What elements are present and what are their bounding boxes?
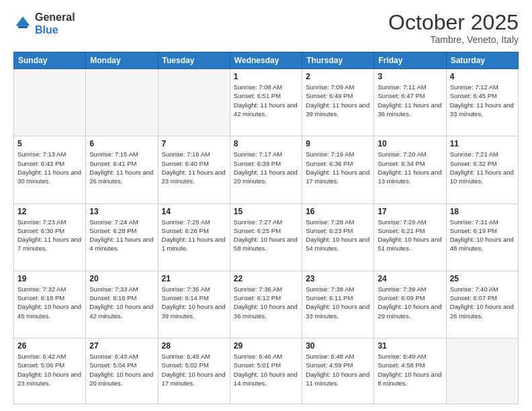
day-number: 6 xyxy=(89,139,154,148)
logo-general-text: General xyxy=(35,11,75,23)
day-info: Sunrise: 7:39 AM Sunset: 6:09 PM Dayligh… xyxy=(378,285,442,320)
day-number: 9 xyxy=(306,139,370,148)
day-number: 31 xyxy=(378,341,442,351)
day-number: 15 xyxy=(234,207,298,216)
day-number: 21 xyxy=(162,274,226,283)
calendar-cell: 30Sunrise: 6:48 AM Sunset: 4:59 PM Dayli… xyxy=(302,338,374,404)
day-number: 14 xyxy=(162,207,226,216)
day-info: Sunrise: 7:24 AM Sunset: 6:28 PM Dayligh… xyxy=(89,218,154,253)
calendar-cell: 4Sunrise: 7:12 AM Sunset: 6:45 PM Daylig… xyxy=(446,69,518,136)
day-number: 24 xyxy=(378,274,442,283)
calendar-cell: 2Sunrise: 7:09 AM Sunset: 6:49 PM Daylig… xyxy=(302,69,374,136)
calendar-cell: 11Sunrise: 7:21 AM Sunset: 6:32 PM Dayli… xyxy=(446,136,518,203)
day-info: Sunrise: 7:23 AM Sunset: 6:30 PM Dayligh… xyxy=(17,218,82,253)
calendar-cell xyxy=(446,338,518,404)
calendar-week-row: 12Sunrise: 7:23 AM Sunset: 6:30 PM Dayli… xyxy=(14,203,519,271)
day-info: Sunrise: 7:33 AM Sunset: 6:16 PM Dayligh… xyxy=(89,285,154,320)
calendar-cell: 25Sunrise: 7:40 AM Sunset: 6:07 PM Dayli… xyxy=(446,271,518,338)
day-number: 29 xyxy=(234,341,298,351)
calendar-cell: 18Sunrise: 7:31 AM Sunset: 6:19 PM Dayli… xyxy=(446,203,518,271)
day-number: 18 xyxy=(450,207,515,216)
calendar-cell xyxy=(158,69,230,136)
calendar-cell: 5Sunrise: 7:13 AM Sunset: 6:43 PM Daylig… xyxy=(14,136,86,203)
calendar-cell: 16Sunrise: 7:28 AM Sunset: 6:23 PM Dayli… xyxy=(302,203,374,271)
day-number: 7 xyxy=(162,139,226,148)
day-info: Sunrise: 6:42 AM Sunset: 5:06 PM Dayligh… xyxy=(17,352,82,387)
day-info: Sunrise: 7:32 AM Sunset: 6:18 PM Dayligh… xyxy=(17,285,82,320)
day-number: 3 xyxy=(378,72,442,81)
day-info: Sunrise: 7:08 AM Sunset: 6:51 PM Dayligh… xyxy=(234,83,298,118)
day-info: Sunrise: 7:21 AM Sunset: 6:32 PM Dayligh… xyxy=(450,150,515,185)
title-block: October 2025 Tambre, Veneto, Italy xyxy=(388,11,519,45)
calendar-week-row: 1Sunrise: 7:08 AM Sunset: 6:51 PM Daylig… xyxy=(14,69,519,136)
day-info: Sunrise: 6:43 AM Sunset: 5:04 PM Dayligh… xyxy=(89,352,154,387)
day-info: Sunrise: 7:15 AM Sunset: 6:41 PM Dayligh… xyxy=(89,150,154,185)
day-info: Sunrise: 6:49 AM Sunset: 4:58 PM Dayligh… xyxy=(378,352,442,387)
calendar-cell: 13Sunrise: 7:24 AM Sunset: 6:28 PM Dayli… xyxy=(86,203,158,271)
day-number: 10 xyxy=(378,139,442,148)
calendar-header-row: SundayMondayTuesdayWednesdayThursdayFrid… xyxy=(14,52,519,69)
calendar-cell xyxy=(14,69,86,136)
calendar-week-row: 5Sunrise: 7:13 AM Sunset: 6:43 PM Daylig… xyxy=(14,136,519,203)
calendar-cell: 24Sunrise: 7:39 AM Sunset: 6:09 PM Dayli… xyxy=(374,271,446,338)
weekday-header: Sunday xyxy=(14,52,86,69)
day-number: 8 xyxy=(234,139,298,148)
weekday-header: Monday xyxy=(86,52,158,69)
calendar-cell: 22Sunrise: 7:36 AM Sunset: 6:12 PM Dayli… xyxy=(230,271,302,338)
weekday-header: Wednesday xyxy=(230,52,302,69)
day-number: 20 xyxy=(89,274,154,283)
calendar-cell xyxy=(86,69,158,136)
calendar-cell: 29Sunrise: 6:46 AM Sunset: 5:01 PM Dayli… xyxy=(230,338,302,404)
weekday-header: Friday xyxy=(374,52,446,69)
calendar-cell: 15Sunrise: 7:27 AM Sunset: 6:25 PM Dayli… xyxy=(230,203,302,271)
calendar-cell: 23Sunrise: 7:38 AM Sunset: 6:11 PM Dayli… xyxy=(302,271,374,338)
day-info: Sunrise: 7:35 AM Sunset: 6:14 PM Dayligh… xyxy=(162,285,226,320)
day-number: 30 xyxy=(306,341,370,351)
logo: General Blue xyxy=(13,11,75,36)
day-number: 22 xyxy=(234,274,298,283)
day-number: 2 xyxy=(306,72,370,81)
day-info: Sunrise: 7:36 AM Sunset: 6:12 PM Dayligh… xyxy=(234,285,298,320)
day-info: Sunrise: 6:45 AM Sunset: 5:02 PM Dayligh… xyxy=(162,352,226,387)
calendar-cell: 26Sunrise: 6:42 AM Sunset: 5:06 PM Dayli… xyxy=(14,338,86,404)
day-number: 16 xyxy=(306,207,370,216)
location: Tambre, Veneto, Italy xyxy=(388,34,519,45)
calendar-cell: 12Sunrise: 7:23 AM Sunset: 6:30 PM Dayli… xyxy=(14,203,86,271)
day-info: Sunrise: 6:46 AM Sunset: 5:01 PM Dayligh… xyxy=(234,352,298,387)
day-number: 11 xyxy=(450,139,515,148)
calendar-cell: 3Sunrise: 7:11 AM Sunset: 6:47 PM Daylig… xyxy=(374,69,446,136)
day-info: Sunrise: 7:40 AM Sunset: 6:07 PM Dayligh… xyxy=(450,285,515,320)
logo-icon xyxy=(13,14,32,33)
day-number: 27 xyxy=(89,341,154,351)
day-number: 19 xyxy=(17,274,82,283)
calendar-cell: 14Sunrise: 7:25 AM Sunset: 6:26 PM Dayli… xyxy=(158,203,230,271)
day-info: Sunrise: 7:20 AM Sunset: 6:34 PM Dayligh… xyxy=(378,150,442,185)
day-info: Sunrise: 7:38 AM Sunset: 6:11 PM Dayligh… xyxy=(306,285,370,320)
day-info: Sunrise: 7:27 AM Sunset: 6:25 PM Dayligh… xyxy=(234,218,298,253)
calendar-cell: 27Sunrise: 6:43 AM Sunset: 5:04 PM Dayli… xyxy=(86,338,158,404)
weekday-header: Thursday xyxy=(302,52,374,69)
logo-text: General Blue xyxy=(35,11,75,36)
day-number: 28 xyxy=(162,341,226,351)
calendar-cell: 28Sunrise: 6:45 AM Sunset: 5:02 PM Dayli… xyxy=(158,338,230,404)
calendar-cell: 20Sunrise: 7:33 AM Sunset: 6:16 PM Dayli… xyxy=(86,271,158,338)
day-info: Sunrise: 7:28 AM Sunset: 6:23 PM Dayligh… xyxy=(306,218,370,253)
day-number: 4 xyxy=(450,72,515,81)
calendar-cell: 31Sunrise: 6:49 AM Sunset: 4:58 PM Dayli… xyxy=(374,338,446,404)
weekday-header: Saturday xyxy=(446,52,518,69)
calendar-cell: 8Sunrise: 7:17 AM Sunset: 6:38 PM Daylig… xyxy=(230,136,302,203)
day-number: 25 xyxy=(450,274,515,283)
calendar-cell: 21Sunrise: 7:35 AM Sunset: 6:14 PM Dayli… xyxy=(158,271,230,338)
page: General Blue October 2025 Tambre, Veneto… xyxy=(0,0,532,411)
day-number: 12 xyxy=(17,207,82,216)
calendar-cell: 9Sunrise: 7:19 AM Sunset: 6:36 PM Daylig… xyxy=(302,136,374,203)
day-number: 13 xyxy=(89,207,154,216)
calendar-table: SundayMondayTuesdayWednesdayThursdayFrid… xyxy=(13,52,519,404)
day-info: Sunrise: 7:17 AM Sunset: 6:38 PM Dayligh… xyxy=(234,150,298,185)
day-number: 26 xyxy=(17,341,82,351)
calendar-week-row: 26Sunrise: 6:42 AM Sunset: 5:06 PM Dayli… xyxy=(14,338,519,404)
calendar-cell: 1Sunrise: 7:08 AM Sunset: 6:51 PM Daylig… xyxy=(230,69,302,136)
day-info: Sunrise: 7:19 AM Sunset: 6:36 PM Dayligh… xyxy=(306,150,370,185)
header: General Blue October 2025 Tambre, Veneto… xyxy=(13,11,519,45)
calendar-cell: 6Sunrise: 7:15 AM Sunset: 6:41 PM Daylig… xyxy=(86,136,158,203)
